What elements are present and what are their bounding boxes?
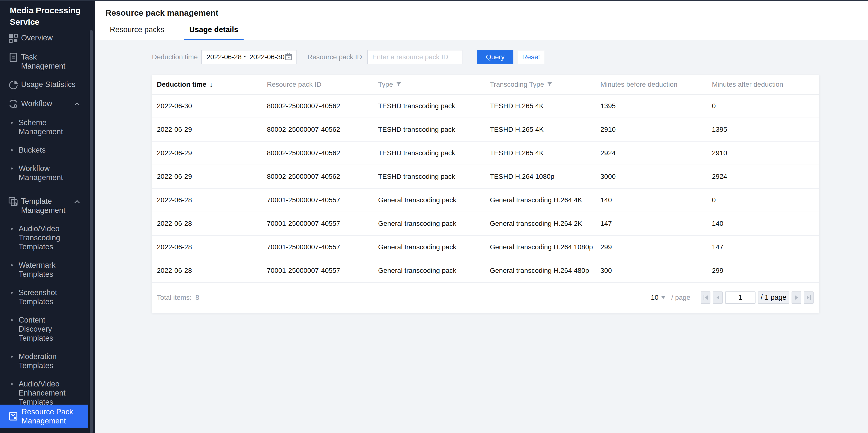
cell-deduction-time: 2022-06-28 bbox=[152, 220, 262, 228]
bullet-icon bbox=[11, 228, 13, 230]
table-row: 2022-06-30 80002-25000007-40562 TESHD tr… bbox=[152, 95, 819, 118]
cell-resource-pack-id: 70001-25000007-40557 bbox=[262, 243, 373, 251]
last-page-button[interactable] bbox=[804, 292, 814, 304]
sidebar-item-overview[interactable]: Overview bbox=[0, 29, 95, 48]
chevron-up-icon[interactable] bbox=[74, 102, 80, 107]
cell-type: TESHD transcoding pack bbox=[373, 173, 485, 180]
cell-type: General transcoding pack bbox=[373, 196, 485, 204]
column-label: Deduction time bbox=[157, 80, 206, 89]
cell-type: TESHD transcoding pack bbox=[373, 102, 485, 110]
current-page-input[interactable] bbox=[725, 292, 755, 304]
sidebar-subitem-label: Buckets bbox=[19, 145, 45, 155]
page-size-select[interactable]: 10 bbox=[651, 294, 665, 301]
workflow-icon bbox=[8, 99, 18, 109]
column-header-minutes-after: Minutes after deduction bbox=[707, 80, 819, 89]
resource-pack-management-icon bbox=[8, 411, 18, 421]
sidebar-subitem-buckets[interactable]: Buckets bbox=[0, 141, 95, 159]
cell-minutes-before: 1395 bbox=[595, 102, 707, 110]
sidebar-subitem-label: Audio/Video Enhancement Templates bbox=[19, 379, 75, 406]
chevron-down-icon bbox=[661, 296, 665, 299]
cell-deduction-time: 2022-06-29 bbox=[152, 149, 262, 157]
deduction-time-range-input[interactable]: 2022-06-28 ~ 2022-06-30 bbox=[201, 50, 297, 64]
task-management-icon bbox=[8, 53, 18, 62]
table-header-row: Deduction time ↓ Resource pack ID Type T… bbox=[152, 75, 819, 95]
sidebar-item-label: Workflow bbox=[21, 99, 52, 108]
cell-minutes-after: 0 bbox=[707, 196, 819, 204]
table-row: 2022-06-29 80002-25000007-40562 TESHD tr… bbox=[152, 141, 819, 165]
prev-page-button[interactable] bbox=[713, 292, 723, 304]
table-footer: Total items: 8 10 / page bbox=[152, 282, 819, 312]
cell-deduction-time: 2022-06-29 bbox=[152, 173, 262, 180]
sidebar-subitem-label: Watermark Templates bbox=[19, 261, 75, 279]
cell-transcoding-type: General transcoding H.264 480p bbox=[485, 267, 595, 274]
cell-transcoding-type: General transcoding H.264 4K bbox=[485, 196, 595, 204]
sidebar-subitem-workflow-management[interactable]: Workflow Management bbox=[0, 159, 95, 187]
sidebar-subitem-scheme-management[interactable]: Scheme Management bbox=[0, 113, 95, 141]
sidebar-item-label: Template Management bbox=[21, 197, 78, 215]
sidebar-subitem-watermark-templates[interactable]: Watermark Templates bbox=[0, 256, 95, 284]
cell-minutes-before: 140 bbox=[595, 196, 707, 204]
column-header-resource-pack-id: Resource pack ID bbox=[262, 80, 373, 89]
bullet-icon bbox=[11, 292, 13, 294]
cell-type: TESHD transcoding pack bbox=[373, 126, 485, 133]
sidebar-subitem-content-discovery-templates[interactable]: Content Discovery Templates bbox=[0, 311, 95, 347]
sidebar-subitem-moderation-templates[interactable]: Moderation Templates bbox=[0, 347, 95, 375]
sidebar-subitem-label: Screenshot Templates bbox=[19, 288, 75, 306]
next-page-icon bbox=[795, 295, 798, 300]
sidebar-item-label: Overview bbox=[21, 33, 53, 42]
tab-bar: Resource packs Usage details bbox=[110, 25, 244, 40]
cell-minutes-before: 2910 bbox=[595, 126, 707, 133]
total-items-value: 8 bbox=[195, 294, 199, 301]
tab-usage-details[interactable]: Usage details bbox=[184, 25, 244, 40]
column-label: Type bbox=[378, 80, 393, 89]
sidebar-subitem-label: Content Discovery Templates bbox=[19, 315, 75, 343]
filter-funnel-icon[interactable] bbox=[547, 82, 552, 87]
column-label: Minutes after deduction bbox=[712, 80, 783, 89]
sidebar-item-resource-pack-management[interactable]: Resource Pack Management bbox=[0, 405, 88, 428]
sidebar-subitem-av-transcoding-templates[interactable]: Audio/Video Transcoding Templates bbox=[0, 220, 95, 256]
query-button[interactable]: Query bbox=[477, 50, 514, 64]
cell-deduction-time: 2022-06-28 bbox=[152, 267, 262, 274]
sidebar-subitem-screenshot-templates[interactable]: Screenshot Templates bbox=[0, 284, 95, 311]
first-page-button[interactable] bbox=[701, 292, 710, 304]
column-header-deduction-time[interactable]: Deduction time ↓ bbox=[152, 80, 262, 89]
sort-desc-icon[interactable]: ↓ bbox=[209, 81, 213, 88]
sidebar-item-workflow[interactable]: Workflow bbox=[0, 94, 95, 113]
resource-pack-id-input[interactable] bbox=[367, 50, 462, 64]
cell-resource-pack-id: 70001-25000007-40557 bbox=[262, 196, 373, 204]
cell-resource-pack-id: 80002-25000007-40562 bbox=[262, 126, 373, 133]
sidebar-item-label: Task Management bbox=[21, 53, 78, 70]
sidebar-item-label: Usage Statistics bbox=[21, 80, 75, 89]
table-row: 2022-06-28 70001-25000007-40557 General … bbox=[152, 236, 819, 259]
bullet-icon bbox=[11, 168, 13, 169]
sidebar-subitem-label: Scheme Management bbox=[19, 118, 75, 136]
cell-deduction-time: 2022-06-28 bbox=[152, 196, 262, 204]
table-row: 2022-06-28 70001-25000007-40557 General … bbox=[152, 212, 819, 236]
last-page-icon bbox=[810, 295, 811, 300]
template-management-icon bbox=[8, 197, 18, 206]
calendar-icon[interactable] bbox=[284, 53, 292, 62]
cell-resource-pack-id: 70001-25000007-40557 bbox=[262, 220, 373, 228]
sidebar: Media Processing Service Overview Task M… bbox=[0, 1, 95, 433]
cell-type: General transcoding pack bbox=[373, 267, 485, 274]
table-row: 2022-06-28 70001-25000007-40557 General … bbox=[152, 259, 819, 282]
cell-minutes-after: 2924 bbox=[707, 173, 819, 180]
filter-funnel-icon[interactable] bbox=[396, 82, 401, 87]
sidebar-item-task-management[interactable]: Task Management bbox=[0, 48, 95, 75]
column-header-minutes-before: Minutes before deduction bbox=[595, 80, 707, 89]
next-page-button[interactable] bbox=[792, 292, 801, 304]
cell-minutes-after: 1395 bbox=[707, 126, 819, 133]
cell-minutes-after: 147 bbox=[707, 243, 819, 251]
sidebar-scrollbar[interactable] bbox=[90, 30, 93, 433]
cell-transcoding-type: General transcoding H.264 2K bbox=[485, 220, 595, 228]
cell-transcoding-type: TESHD H.265 4K bbox=[485, 126, 595, 133]
page-header: Resource pack management Resource packs … bbox=[95, 1, 868, 40]
sidebar-item-usage-statistics[interactable]: Usage Statistics bbox=[0, 75, 95, 94]
cell-resource-pack-id: 80002-25000007-40562 bbox=[262, 149, 373, 157]
reset-button[interactable]: Reset bbox=[518, 50, 544, 64]
cell-deduction-time: 2022-06-29 bbox=[152, 126, 262, 133]
deduction-time-value: 2022-06-28 ~ 2022-06-30 bbox=[207, 53, 284, 61]
tab-resource-packs[interactable]: Resource packs bbox=[110, 25, 164, 40]
sidebar-item-template-management[interactable]: Template Management bbox=[0, 192, 95, 220]
table-row: 2022-06-29 80002-25000007-40562 TESHD tr… bbox=[152, 118, 819, 141]
